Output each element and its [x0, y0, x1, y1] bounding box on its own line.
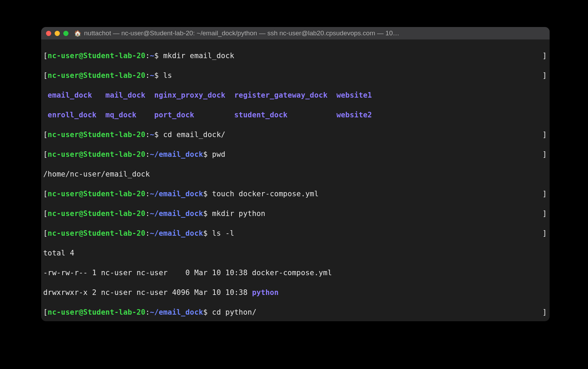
command: cd email_dock/ — [163, 130, 226, 139]
ls-output-row: email_dock mail_dock nginx_proxy_dock re… — [43, 90, 548, 100]
prompt-line: [nc-user@Student-lab-20:~/email_dock$ pw… — [43, 150, 548, 160]
title-label: nuttachot — nc-user@Student-lab-20: ~/em… — [84, 29, 399, 37]
directory: enroll_dock — [48, 111, 97, 119]
prompt-line: [nc-user@Student-lab-20:~/email_dock$ ls… — [43, 228, 548, 238]
directory: python — [252, 288, 279, 297]
output-line: /home/nc-user/email_dock — [43, 169, 548, 179]
output-line: total 4 — [43, 248, 548, 258]
directory: website2 — [337, 111, 372, 119]
traffic-lights — [46, 31, 68, 36]
zoom-icon[interactable] — [63, 31, 68, 36]
command: cd python/ — [212, 308, 256, 316]
close-icon[interactable] — [46, 31, 51, 36]
prompt-line: [nc-user@Student-lab-20:~/email_dock$ cd… — [43, 307, 548, 317]
directory: website1 — [337, 91, 372, 99]
prompt-line: [nc-user@Student-lab-20:~/email_dock$ mk… — [43, 209, 548, 219]
home-icon: 🏠 — [74, 30, 81, 37]
directory: student_dock — [234, 111, 287, 119]
command: mkdir email_dock — [163, 52, 235, 60]
prompt-line: [nc-user@Student-lab-20:~$ cd email_dock… — [43, 130, 548, 140]
directory: nginx_proxy_dock — [154, 91, 226, 99]
directory: mq_dock — [105, 111, 137, 119]
window-title: 🏠 nuttachot — nc-user@Student-lab-20: ~/… — [74, 29, 545, 37]
command: ls — [163, 71, 172, 80]
terminal-body[interactable]: [nc-user@Student-lab-20:~$ mkdir email_d… — [41, 39, 550, 321]
prompt-line: [nc-user@Student-lab-20:~/email_dock$ to… — [43, 189, 548, 199]
command: ls -l — [212, 229, 234, 237]
command: touch docker-compose.yml — [212, 190, 319, 198]
minimize-icon[interactable] — [55, 31, 60, 36]
directory: port_dock — [154, 111, 194, 119]
titlebar: 🏠 nuttachot — nc-user@Student-lab-20: ~/… — [41, 27, 550, 39]
prompt-line: [nc-user@Student-lab-20:~$ mkdir email_d… — [43, 51, 548, 61]
directory: email_dock — [48, 91, 92, 99]
terminal-window[interactable]: 🏠 nuttachot — nc-user@Student-lab-20: ~/… — [41, 27, 550, 321]
directory: mail_dock — [105, 91, 146, 99]
command: pwd — [212, 150, 226, 159]
prompt-line: [nc-user@Student-lab-20:~$ ls] — [43, 71, 548, 81]
path: ~ — [150, 52, 154, 60]
ls-output-row: enroll_dock mq_dock port_dock student_do… — [43, 110, 548, 120]
user-host: nc-user@Student-lab-20 — [48, 52, 146, 60]
output-line: -rw-rw-r-- 1 nc-user nc-user 0 Mar 10 10… — [43, 268, 548, 278]
directory: register_gateway_dock — [234, 91, 328, 99]
output-line: drwxrwxr-x 2 nc-user nc-user 4096 Mar 10… — [43, 288, 548, 298]
command: mkdir python — [212, 209, 265, 218]
